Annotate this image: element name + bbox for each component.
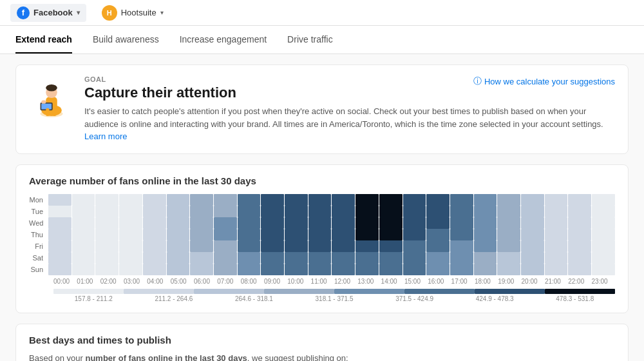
heatmap-cell — [568, 252, 591, 264]
heatmap-cell — [426, 264, 450, 275]
heatmap-cell — [568, 217, 591, 229]
heatmap-cell — [592, 217, 615, 229]
heatmap-cell — [48, 252, 71, 264]
tab-drive-traffic[interactable]: Drive traffic — [287, 26, 333, 54]
question-icon: ⓘ — [473, 75, 482, 87]
heatmap-cell — [379, 252, 402, 264]
legend-segment — [53, 289, 124, 294]
heatmap-cell — [308, 217, 332, 229]
heatmap-cell — [568, 206, 591, 217]
heatmap-cell — [545, 229, 568, 240]
heatmap-cell — [261, 252, 284, 264]
heatmap-hour-label: 08:00 — [241, 278, 264, 285]
heatmap-cell — [214, 217, 237, 229]
heatmap-cells — [48, 217, 615, 229]
heatmap-cell — [521, 194, 544, 206]
heatmap-cell — [592, 206, 615, 217]
heatmap-cell — [261, 206, 284, 217]
heatmap-hour-label: 17:00 — [451, 278, 475, 285]
heatmap-cell — [214, 240, 237, 252]
heatmap-cell — [119, 252, 142, 264]
heatmap-cell — [72, 264, 95, 275]
heatmap-cell — [426, 229, 450, 240]
heatmap-cell — [568, 229, 591, 240]
heatmap-cell — [474, 217, 497, 229]
goal-illustration — [29, 75, 74, 122]
heatmap-hour-label: 11:00 — [311, 278, 334, 285]
heatmap-legend — [53, 289, 615, 294]
heatmap-cell — [497, 206, 520, 217]
heatmap-cell — [426, 240, 450, 252]
heatmap-cell — [167, 194, 190, 206]
heatmap-day-label: Sun — [29, 266, 48, 273]
heatmap-cell — [238, 217, 261, 229]
heatmap-cell — [308, 252, 332, 264]
heatmap-cell — [332, 252, 355, 264]
heatmap-cell — [48, 240, 71, 252]
svg-rect-8 — [46, 108, 49, 116]
heatmap-day-label: Fri — [29, 242, 48, 250]
heatmap-cell — [568, 240, 591, 252]
heatmap-cell — [72, 229, 95, 240]
heatmap-cell — [474, 252, 497, 264]
tab-increase-engagement[interactable]: Increase engagement — [180, 26, 267, 54]
heatmap-cell — [592, 229, 615, 240]
heatmap-title: Average number of fans online in the las… — [29, 175, 615, 186]
heatmap-day-label: Sat — [29, 254, 48, 262]
heatmap-cell — [332, 194, 355, 206]
heatmap-cell — [285, 264, 308, 275]
heatmap-cell — [474, 194, 497, 206]
heatmap-cell — [95, 229, 118, 240]
tab-extend-reach[interactable]: Extend reach — [15, 26, 72, 54]
heatmap-cell — [474, 264, 497, 275]
heatmap-cell — [308, 194, 332, 206]
heatmap-hour-label: 19:00 — [498, 278, 521, 285]
heatmap-cell — [521, 229, 544, 240]
heatmap-cell — [497, 194, 520, 206]
heatmap-hour-label: 20:00 — [522, 278, 545, 285]
heatmap-cell — [379, 229, 402, 240]
legend-label: 264.6 - 318.1 — [214, 295, 294, 302]
heatmap-cell — [568, 194, 591, 206]
heatmap-cell — [285, 229, 308, 240]
heatmap-hour-label: 01:00 — [77, 278, 100, 285]
heatmap-row-fri: Fri — [29, 240, 615, 252]
heatmap-cell — [308, 229, 332, 240]
heatmap-cell — [332, 206, 355, 217]
heatmap-cell — [190, 229, 213, 240]
tab-build-awareness[interactable]: Build awareness — [93, 26, 159, 54]
heatmap-cell — [497, 252, 520, 264]
legend-segment — [545, 289, 615, 294]
heatmap-cell — [190, 194, 213, 206]
hootsuite-selector[interactable]: H Hootsuite ▾ — [102, 5, 164, 21]
learn-more-link[interactable]: Learn more — [84, 132, 127, 141]
heatmap-hour-label: 04:00 — [147, 278, 170, 285]
heatmap-cells — [48, 194, 615, 206]
heatmap-cell — [592, 240, 615, 252]
heatmap-cell — [143, 206, 166, 217]
heatmap-cells — [48, 229, 615, 240]
heatmap-cell — [72, 252, 95, 264]
heatmap-row-wed: Wed — [29, 217, 615, 229]
subtitle-end: , we suggest publishing on: — [247, 353, 348, 362]
heatmap-cell — [568, 264, 591, 275]
legend-label: 157.8 - 211.2 — [53, 295, 134, 302]
best-times-section: Best days and times to publish Based on … — [15, 324, 629, 362]
heatmap-cell — [214, 206, 237, 217]
heatmap-cell — [332, 240, 355, 252]
heatmap-row-mon: Mon — [29, 194, 615, 206]
calc-link[interactable]: ⓘ How we calculate your suggestions — [473, 75, 615, 87]
heatmap-cell — [332, 217, 355, 229]
svg-point-4 — [46, 84, 57, 92]
legend-label: 424.9 - 478.3 — [455, 295, 535, 302]
legend-label: 211.2 - 264.6 — [134, 295, 214, 302]
heatmap-cell — [143, 217, 166, 229]
facebook-label: Facebook — [33, 8, 73, 17]
hootsuite-label: Hootsuite — [121, 8, 156, 17]
heatmap-cell — [190, 217, 213, 229]
heatmap-grid: MonTueWedThuFriSatSun — [29, 194, 615, 275]
heatmap-cell — [521, 252, 544, 264]
facebook-selector[interactable]: f Facebook ▾ — [10, 4, 86, 22]
heatmap-cell — [214, 264, 237, 275]
heatmap-cell — [450, 194, 473, 206]
